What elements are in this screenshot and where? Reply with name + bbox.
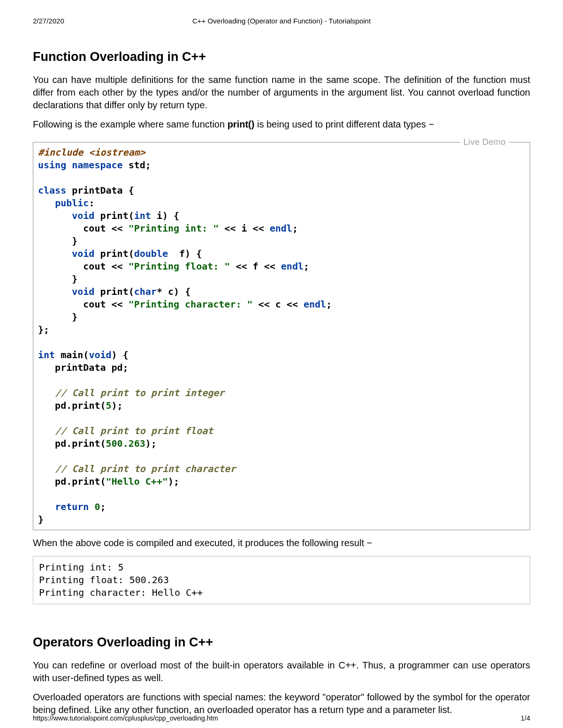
paragraph-func-overload-intro: You can have multiple definitions for th… [33, 74, 530, 112]
para2-post: is being used to print different data ty… [254, 119, 434, 129]
paragraph-op-overload-2: Overloaded operators are functions with … [33, 691, 530, 716]
page-footer: https://www.tutorialspoint.com/cplusplus… [33, 714, 530, 722]
heading-operator-overloading: Operators Overloading in C++ [33, 635, 530, 650]
paragraph-result-intro: When the above code is compiled and exec… [33, 537, 530, 549]
print-title: C++ Overloading (Operator and Function) … [0, 17, 563, 25]
footer-page-number: 1/4 [521, 714, 530, 722]
live-demo-link[interactable]: Live Demo [460, 137, 509, 147]
code-block: #include <iostream> using namespace std;… [33, 142, 530, 530]
heading-function-overloading: Function Overloading in C++ [33, 50, 530, 64]
para2-bold: print() [228, 119, 255, 129]
footer-url: https://www.tutorialspoint.com/cplusplus… [33, 714, 218, 722]
output-block: Printing int: 5 Printing float: 500.263 … [33, 556, 530, 604]
code-block-wrapper: Live Demo #include <iostream> using name… [33, 142, 530, 530]
paragraph-example-intro: Following is the example where same func… [33, 118, 530, 131]
para2-pre: Following is the example where same func… [33, 119, 228, 129]
page: 2/27/2020 C++ Overloading (Operator and … [0, 0, 563, 728]
paragraph-op-overload-1: You can redefine or overload most of the… [33, 659, 530, 684]
